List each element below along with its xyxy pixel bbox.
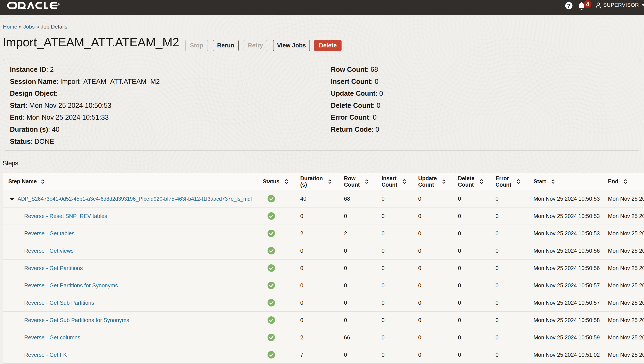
svg-text:?: ? (567, 2, 571, 9)
svg-text:4: 4 (586, 1, 589, 8)
svg-text:R: R (58, 4, 60, 6)
